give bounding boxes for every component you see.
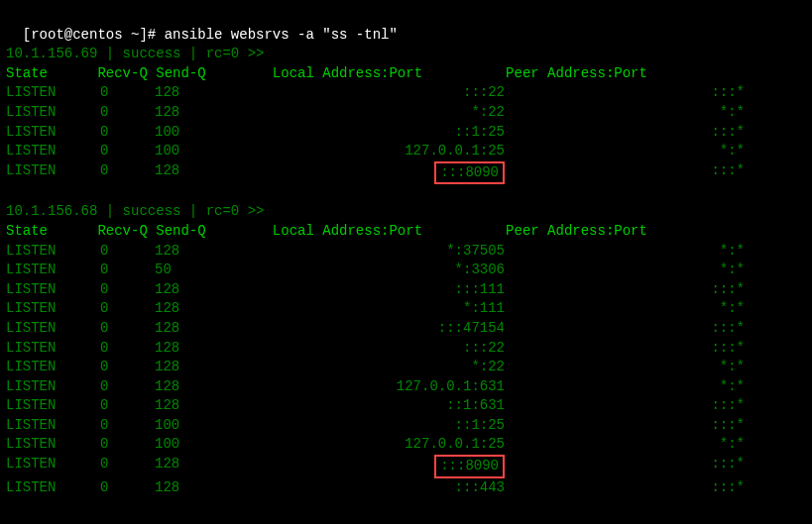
host2-column-header: State Recv-Q Send-Q Local Address:Port P… [6,222,806,242]
sendq-cell: 128 [155,161,239,185]
peer-addr-cell: *:* [517,435,745,455]
sendq-cell: 100 [155,435,239,455]
command-prompt-line: [root@centos ~]# ansible websrvs -a "ss … [6,6,806,45]
sendq-cell: 128 [155,319,239,339]
state-cell: LISTEN [6,103,100,123]
sendq-cell: 128 [155,83,239,103]
socket-row: LISTEN0128:::8090:::* [6,455,806,478]
state-cell: LISTEN [6,299,100,319]
local-addr-cell: *:22 [239,103,517,123]
host1-column-header: State Recv-Q Send-Q Local Address:Port P… [6,64,806,84]
state-cell: LISTEN [6,478,100,498]
socket-row: LISTEN0128*:37505*:* [6,242,806,262]
recvq-cell: 0 [100,358,155,377]
state-cell: LISTEN [6,435,100,455]
socket-row: LISTEN0128*:111*:* [6,299,806,319]
recvq-cell: 0 [100,319,155,339]
sendq-cell: 100 [155,142,239,161]
final-prompt-line[interactable]: [root@centos ~]# [6,515,806,524]
state-cell: LISTEN [6,377,100,397]
highlighted-port: :::8090 [434,161,505,185]
state-cell: LISTEN [6,142,100,161]
sendq-cell: 128 [155,103,239,123]
peer-addr-cell: :::* [517,416,745,436]
recvq-cell: 0 [100,123,155,143]
host1-data-rows: LISTEN0128:::22:::*LISTEN0128*:22*:*LIST… [6,83,806,184]
local-addr-cell: *:3306 [239,261,517,280]
local-addr-cell: :::22 [239,339,517,359]
host2-data-rows: LISTEN0128*:37505*:*LISTEN050*:3306*:*LI… [6,242,806,498]
peer-addr-cell: *:* [517,261,745,280]
sendq-cell: 128 [155,299,239,319]
local-addr-cell: 127.0.0.1:25 [239,435,517,455]
peer-addr-cell: :::* [517,161,745,185]
local-addr-cell: :::47154 [239,319,517,339]
recvq-cell: 0 [100,261,155,280]
local-addr-cell: :::22 [239,83,517,103]
state-cell: LISTEN [6,83,100,103]
sendq-cell: 128 [155,478,239,498]
socket-row: LISTEN0100127.0.0.1:25*:* [6,142,806,161]
socket-row: LISTEN0128:::8090:::* [6,161,806,185]
state-cell: LISTEN [6,339,100,359]
peer-addr-cell: *:* [517,377,745,397]
socket-row: LISTEN0100127.0.0.1:25*:* [6,435,806,455]
local-addr-cell: :::8090 [239,161,517,185]
sendq-cell: 128 [155,339,239,359]
local-addr-cell: :::8090 [239,455,517,478]
socket-row: LISTEN0128*:22*:* [6,358,806,377]
highlighted-port: :::8090 [434,455,505,478]
local-addr-cell: ::1:25 [239,416,517,436]
recvq-cell: 0 [100,396,155,416]
peer-addr-cell: :::* [517,123,745,143]
recvq-cell: 0 [100,377,155,397]
local-addr-cell: *:37505 [239,242,517,262]
peer-addr-cell: *:* [517,242,745,262]
state-cell: LISTEN [6,396,100,416]
host2-result-header: 10.1.156.68 | success | rc=0 >> [6,202,806,222]
peer-addr-cell: *:* [517,103,745,123]
socket-row: LISTEN0128127.0.0.1:631*:* [6,377,806,397]
local-addr-cell: :::443 [239,478,517,498]
socket-row: LISTEN0128:::22:::* [6,339,806,359]
peer-addr-cell: :::* [517,396,745,416]
peer-addr-cell: :::* [517,319,745,339]
recvq-cell: 0 [100,299,155,319]
host1-result-header: 10.1.156.69 | success | rc=0 >> [6,45,806,64]
prompt-prefix: [root@centos ~]# [23,27,165,43]
state-cell: LISTEN [6,358,100,377]
peer-addr-cell: *:* [517,142,745,161]
local-addr-cell: ::1:25 [239,123,517,143]
sendq-cell: 128 [155,396,239,416]
socket-row: LISTEN0100::1:25:::* [6,416,806,436]
socket-row: LISTEN050*:3306*:* [6,261,806,280]
state-cell: LISTEN [6,242,100,262]
state-cell: LISTEN [6,280,100,300]
recvq-cell: 0 [100,435,155,455]
sendq-cell: 100 [155,123,239,143]
recvq-cell: 0 [100,83,155,103]
sendq-cell: 128 [155,455,239,478]
recvq-cell: 0 [100,242,155,262]
recvq-cell: 0 [100,103,155,123]
recvq-cell: 0 [100,416,155,436]
local-addr-cell: ::1:631 [239,396,517,416]
socket-row: LISTEN0128:::111:::* [6,280,806,300]
peer-addr-cell: *:* [517,358,745,377]
sendq-cell: 50 [155,261,239,280]
sendq-cell: 100 [155,416,239,436]
socket-row: LISTEN0100::1:25:::* [6,123,806,143]
socket-row: LISTEN0128:::443:::* [6,478,806,498]
peer-addr-cell: :::* [517,478,745,498]
state-cell: LISTEN [6,319,100,339]
socket-row: LISTEN0128*:22*:* [6,103,806,123]
local-addr-cell: 127.0.0.1:631 [239,377,517,397]
peer-addr-cell: :::* [517,280,745,300]
state-cell: LISTEN [6,123,100,143]
local-addr-cell: 127.0.0.1:25 [239,142,517,161]
recvq-cell: 0 [100,339,155,359]
socket-row: LISTEN0128::1:631:::* [6,396,806,416]
peer-addr-cell: *:* [517,299,745,319]
socket-row: LISTEN0128:::22:::* [6,83,806,103]
local-addr-cell: *:111 [239,299,517,319]
